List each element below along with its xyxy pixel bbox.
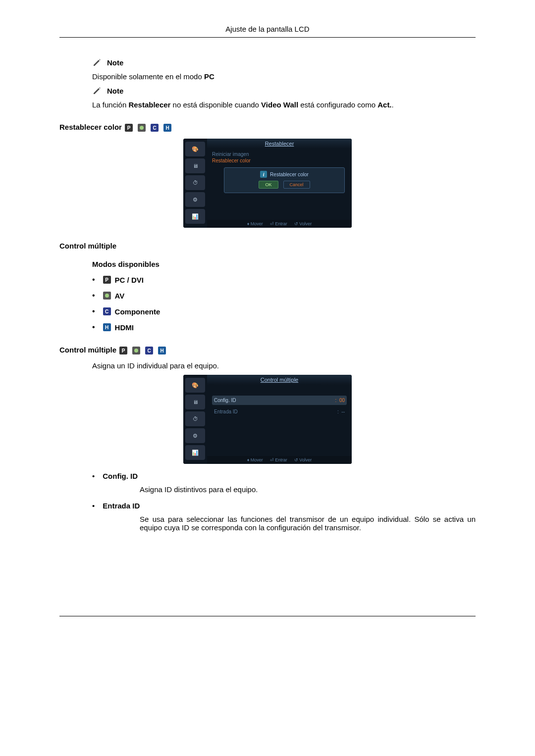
page-footer-line <box>59 616 476 616</box>
page-title: Ajuste de la pantalla LCD <box>225 25 309 33</box>
note-row: Note <box>92 57 476 67</box>
mode-av: AV <box>92 291 476 300</box>
note-text-1: Disponible solamente en el modo PC <box>92 72 476 81</box>
osd-hint-entrar: ⏎ Entrar <box>270 457 287 462</box>
info-icon: i <box>260 171 267 178</box>
osd-hint-entrar: ⏎ Entrar <box>270 221 287 226</box>
osd-restablecer: 🎨 🖥 ⏱ ⚙ 📊 Restablecer Reiniciar imagen R… <box>183 139 352 228</box>
mode-componente: C Componente <box>92 307 476 316</box>
mode-badges: P C H <box>119 347 170 354</box>
osd-sidebar: 🎨 🖥 ⏱ ⚙ 📊 <box>183 375 207 464</box>
osd-menu-item-selected: Restablecer color <box>212 158 347 163</box>
entrada-id-desc: Se usa para seleccionar las funciones de… <box>140 515 476 532</box>
page-header: Ajuste de la pantalla LCD <box>59 25 476 38</box>
osd-main: Restablecer Reiniciar imagen Restablecer… <box>207 139 352 228</box>
note-row-2: Note <box>92 86 476 96</box>
osd-tab-icon: ⚙ <box>185 428 205 443</box>
osd-title: Restablecer <box>207 139 352 149</box>
osd-tab-icon: ⏱ <box>185 411 205 426</box>
item-entrada-id: Entrada ID Se usa para seleccionar las f… <box>92 502 476 532</box>
osd-main: Control múltiple Config. ID : 00 Entrada… <box>207 375 352 464</box>
pencil-icon <box>92 86 102 96</box>
note-label: Note <box>107 87 123 95</box>
section-control-multiple: Control múltiple <box>59 242 476 250</box>
osd-footer: ♦ Mover ⏎ Entrar ↺ Volver <box>207 456 352 464</box>
osd-footer: ♦ Mover ⏎ Entrar ↺ Volver <box>207 220 352 228</box>
badge-av-icon <box>132 347 140 354</box>
osd-dialog: i Restablecer color OK Cancel <box>224 167 345 193</box>
osd-tab-icon: 🖥 <box>185 395 205 409</box>
config-id-desc: Asigna ID distintivos para el equipo. <box>140 485 476 494</box>
osd-hint-volver: ↺ Volver <box>294 221 312 226</box>
osd-tab-icon: 🎨 <box>185 378 205 393</box>
osd-hint-volver: ↺ Volver <box>294 457 312 462</box>
badge-comp-icon: C <box>103 307 111 315</box>
pencil-icon <box>92 57 102 67</box>
badge-pc-icon: P <box>103 276 111 284</box>
item-config-id: Config. ID Asigna ID distintivos para el… <box>92 472 476 494</box>
osd-tab-icon: ⏱ <box>185 175 205 190</box>
osd-sidebar: 🎨 🖥 ⏱ ⚙ 📊 <box>183 139 207 228</box>
osd-tab-icon: 🖥 <box>185 158 205 173</box>
note-text-2: La función Restablecer no está disponibl… <box>92 101 476 109</box>
modes-list: P PC / DVI AV C Componente H HDMI <box>92 275 476 332</box>
osd-dialog-title: i Restablecer color <box>228 171 340 178</box>
osd-tab-icon: 📊 <box>185 209 205 224</box>
badge-hdmi-icon: H <box>163 124 171 132</box>
mode-pc: P PC / DVI <box>92 275 476 284</box>
osd-control-multiple: 🎨 🖥 ⏱ ⚙ 📊 Control múltiple Config. ID : … <box>183 375 352 464</box>
badge-hdmi-icon: H <box>103 323 111 331</box>
badge-pc-icon: P <box>125 124 133 132</box>
osd-tab-icon: 📊 <box>185 445 205 460</box>
section-control-multiple-2: Control múltiple P C H <box>59 346 476 354</box>
osd-tab-icon: 🎨 <box>185 142 205 156</box>
mode-badges: P C H <box>125 124 175 132</box>
osd-cancel-button: Cancel <box>283 181 310 189</box>
osd-tab-icon: ⚙ <box>185 192 205 207</box>
mode-hdmi: H HDMI <box>92 323 476 332</box>
control-multiple-desc: Asigna un ID individual para el equipo. <box>92 361 476 370</box>
badge-pc-icon: P <box>119 347 127 354</box>
osd-ok-button: OK <box>259 181 278 189</box>
badge-comp-icon: C <box>145 347 153 354</box>
osd-hint-mover: ♦ Mover <box>247 221 263 226</box>
section-restablecer-color: Restablecer color P C H <box>59 123 476 132</box>
figure-restablecer: 🎨 🖥 ⏱ ⚙ 📊 Restablecer Reiniciar imagen R… <box>59 139 476 228</box>
badge-av-icon <box>138 124 146 132</box>
badge-hdmi-icon: H <box>158 347 166 354</box>
figure-control-multiple: 🎨 🖥 ⏱ ⚙ 📊 Control múltiple Config. ID : … <box>59 375 476 464</box>
osd-row-entrada-id: Entrada ID : -- <box>212 407 347 416</box>
badge-comp-icon: C <box>151 124 159 132</box>
osd-title: Control múltiple <box>207 375 352 385</box>
badge-av-icon <box>103 292 111 300</box>
osd-menu-item: Reiniciar imagen <box>212 151 347 157</box>
note-label: Note <box>107 58 123 67</box>
osd-hint-mover: ♦ Mover <box>247 457 263 462</box>
sub-modos-disponibles: Modos disponibles <box>92 260 476 268</box>
sub-bullet-list: Config. ID Asigna ID distintivos para el… <box>92 472 476 532</box>
osd-row-config-id: Config. ID : 00 <box>212 396 347 405</box>
